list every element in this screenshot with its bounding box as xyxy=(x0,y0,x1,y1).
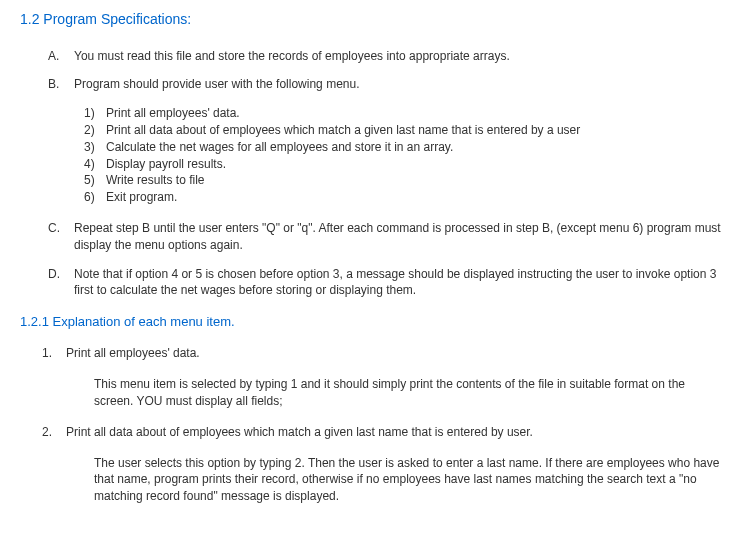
spec-text-c: Repeat step B until the user enters "Q" … xyxy=(74,220,723,254)
spec-item-b: B. Program should provide user with the … xyxy=(20,76,723,93)
menu-item-5: 5) Write results to file xyxy=(84,172,723,189)
menu-text-5: Write results to file xyxy=(106,172,723,189)
menu-text-2: Print all data about of employees which … xyxy=(106,122,723,139)
menu-item-2: 2) Print all data about of employees whi… xyxy=(84,122,723,139)
explanation-title-1: Print all employees' data. xyxy=(66,345,723,362)
spec-marker-a: A. xyxy=(48,48,74,65)
menu-item-3: 3) Calculate the net wages for all emplo… xyxy=(84,139,723,156)
menu-item-4: 4) Display payroll results. xyxy=(84,156,723,173)
section-heading-1-2-1: 1.2.1 Explanation of each menu item. xyxy=(20,313,723,331)
menu-text-3: Calculate the net wages for all employee… xyxy=(106,139,723,156)
explanation-item-2: 2. Print all data about of employees whi… xyxy=(42,424,723,441)
menu-text-6: Exit program. xyxy=(106,189,723,206)
spec-marker-c: C. xyxy=(48,220,74,254)
explanation-marker-1: 1. xyxy=(42,345,66,362)
menu-marker-5: 5) xyxy=(84,172,106,189)
menu-item-6: 6) Exit program. xyxy=(84,189,723,206)
menu-marker-1: 1) xyxy=(84,105,106,122)
section-heading-1-2: 1.2 Program Specifications: xyxy=(20,10,723,30)
spec-marker-b: B. xyxy=(48,76,74,93)
menu-text-1: Print all employees' data. xyxy=(106,105,723,122)
explanation-list: 1. Print all employees' data. This menu … xyxy=(20,345,723,505)
explanation-item-1: 1. Print all employees' data. xyxy=(42,345,723,362)
menu-marker-6: 6) xyxy=(84,189,106,206)
spec-marker-d: D. xyxy=(48,266,74,300)
menu-marker-2: 2) xyxy=(84,122,106,139)
spec-text-a: You must read this file and store the re… xyxy=(74,48,723,65)
menu-list: 1) Print all employees' data. 2) Print a… xyxy=(20,105,723,206)
menu-marker-4: 4) xyxy=(84,156,106,173)
spec-text-d: Note that if option 4 or 5 is chosen bef… xyxy=(74,266,723,300)
explanation-body-2: The user selects this option by typing 2… xyxy=(42,455,723,505)
menu-text-4: Display payroll results. xyxy=(106,156,723,173)
menu-item-1: 1) Print all employees' data. xyxy=(84,105,723,122)
spec-item-c: C. Repeat step B until the user enters "… xyxy=(20,220,723,254)
explanation-body-1: This menu item is selected by typing 1 a… xyxy=(42,376,723,410)
spec-text-b: Program should provide user with the fol… xyxy=(74,76,723,93)
explanation-title-2: Print all data about of employees which … xyxy=(66,424,723,441)
menu-marker-3: 3) xyxy=(84,139,106,156)
spec-item-a: A. You must read this file and store the… xyxy=(20,48,723,65)
explanation-marker-2: 2. xyxy=(42,424,66,441)
spec-item-d: D. Note that if option 4 or 5 is chosen … xyxy=(20,266,723,300)
